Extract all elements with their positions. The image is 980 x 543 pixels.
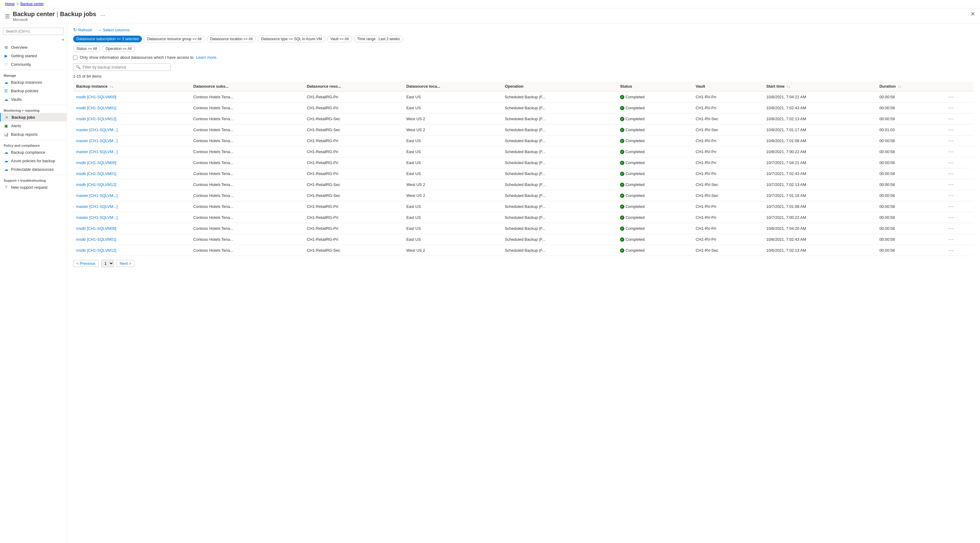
status-completed: Completed bbox=[620, 248, 689, 252]
sidebar-item-community[interactable]: ♡ Community bbox=[0, 60, 67, 68]
sidebar-item-label: Vaults bbox=[11, 97, 22, 102]
overview-icon: ⊞ bbox=[4, 45, 8, 49]
chip-operation[interactable]: Operation == All bbox=[102, 45, 135, 52]
cell-operation: Scheduled Backup (F... bbox=[501, 201, 617, 212]
breadcrumb-current[interactable]: Backup center bbox=[21, 2, 44, 6]
row-more-button[interactable]: ··· bbox=[948, 94, 954, 100]
col-datasource-loca: Datasource loca... bbox=[403, 82, 501, 91]
row-more-button[interactable]: ··· bbox=[948, 138, 954, 144]
sidebar-item-protectable[interactable]: ☁ Protectable datasources bbox=[0, 165, 67, 173]
sidebar-item-getting-started[interactable]: ▶ Getting started bbox=[0, 51, 67, 60]
sidebar-item-vaults[interactable]: ☁ Vaults bbox=[0, 95, 67, 103]
pagination-previous[interactable]: < Previous bbox=[73, 260, 99, 267]
cell-datasource-loca: East US bbox=[403, 157, 501, 168]
pagination-next[interactable]: Next > bbox=[116, 260, 135, 267]
status-icon bbox=[620, 227, 624, 231]
sidebar-item-alerts[interactable]: ▣ Alerts bbox=[0, 121, 67, 130]
status-icon bbox=[620, 171, 624, 176]
row-more-button[interactable]: ··· bbox=[948, 105, 954, 111]
chip-datasource-resource-group[interactable]: Datasource resource group == All bbox=[144, 36, 205, 42]
cell-datasource-subs: Contoso Hotels Tena... bbox=[190, 201, 304, 212]
cell-datasource-loca: East US bbox=[403, 223, 501, 234]
sidebar-item-azure-policies[interactable]: ☁ Azure policies for backup bbox=[0, 156, 67, 165]
chip-vault[interactable]: Vault == All bbox=[327, 36, 352, 42]
azure-policies-icon: ☁ bbox=[4, 158, 8, 163]
cell-datasource-subs: Contoso Hotels Tena... bbox=[190, 223, 304, 234]
col-backup-instance: Backup instance ↑↓ bbox=[73, 82, 190, 91]
cell-status: Completed bbox=[617, 179, 692, 190]
row-more-button[interactable]: ··· bbox=[948, 225, 954, 232]
row-more-button[interactable]: ··· bbox=[948, 149, 954, 155]
cell-duration: 00:00:58 bbox=[877, 157, 946, 168]
col-datasource-subs: Datasource subs... bbox=[190, 82, 304, 91]
row-more-button[interactable]: ··· bbox=[948, 127, 954, 133]
cell-more: ··· bbox=[945, 245, 974, 256]
sidebar-collapse-button[interactable]: « bbox=[62, 37, 64, 42]
cell-operation: Scheduled Backup (F... bbox=[501, 157, 617, 168]
cell-start-time: 10/7/2021, 7:02:13 AM bbox=[763, 179, 876, 190]
header-dots[interactable]: ... bbox=[100, 11, 105, 17]
row-more-button[interactable]: ··· bbox=[948, 170, 954, 177]
row-more-button[interactable]: ··· bbox=[948, 203, 954, 210]
chip-datasource-type[interactable]: Datasource type == SQL in Azure VM bbox=[258, 36, 325, 42]
cell-start-time: 10/7/2021, 7:00:22 AM bbox=[763, 212, 876, 223]
sidebar-item-backup-compliance[interactable]: ☁ Backup compliance bbox=[0, 148, 67, 156]
status-completed: Completed bbox=[620, 160, 689, 165]
learn-more-link[interactable]: Learn more. bbox=[196, 55, 218, 60]
sidebar-item-backup-policies[interactable]: ☰ Backup policies bbox=[0, 86, 67, 95]
cell-more: ··· bbox=[945, 212, 974, 223]
cell-datasource-loca: West US 2 bbox=[403, 124, 501, 135]
pagination-page-select[interactable]: 1 2 3 4 5 6 bbox=[101, 260, 114, 267]
status-icon bbox=[620, 237, 624, 242]
status-icon bbox=[620, 106, 624, 110]
row-more-button[interactable]: ··· bbox=[948, 116, 954, 122]
sort-start-time[interactable]: ↑↓ bbox=[787, 85, 790, 88]
row-more-button[interactable]: ··· bbox=[948, 236, 954, 243]
cell-datasource-reso: CH1-RetailRG-Sec bbox=[304, 179, 403, 190]
status-text: Completed bbox=[625, 193, 645, 198]
col-status: Status bbox=[617, 82, 692, 91]
filter-backup-instance-input[interactable] bbox=[83, 65, 168, 70]
sidebar-item-backup-jobs[interactable]: ≡ Backup jobs bbox=[0, 113, 67, 121]
sidebar-item-new-support[interactable]: ? New support request bbox=[0, 183, 67, 191]
row-more-button[interactable]: ··· bbox=[948, 159, 954, 166]
row-more-button[interactable]: ··· bbox=[948, 192, 954, 199]
cell-duration: 00:00:58 bbox=[877, 223, 946, 234]
backup-reports-icon: 📊 bbox=[4, 132, 8, 137]
sort-duration[interactable]: ↑↓ bbox=[898, 85, 901, 88]
cell-backup-instance: msdb [CH1-SQLVM12] bbox=[73, 179, 190, 190]
chip-datasource-location[interactable]: Datasource location == All bbox=[207, 36, 256, 42]
main-layout: « ⊞ Overview ▶ Getting started ♡ Communi… bbox=[0, 24, 980, 543]
col-vault: Vault bbox=[692, 82, 763, 91]
cell-datasource-reso: CH1-RetailRG-Sec bbox=[304, 114, 403, 124]
select-columns-button[interactable]: → Select columns bbox=[97, 27, 130, 33]
cell-status: Completed bbox=[617, 124, 692, 135]
sidebar-item-backup-reports[interactable]: 📊 Backup reports bbox=[0, 130, 67, 138]
header-pipe: | bbox=[57, 11, 58, 17]
sidebar-item-overview[interactable]: ⊞ Overview bbox=[0, 43, 67, 51]
col-duration: Duration ↑↓ bbox=[877, 82, 946, 91]
search-input[interactable] bbox=[3, 28, 64, 35]
row-more-button[interactable]: ··· bbox=[948, 181, 954, 188]
cell-more: ··· bbox=[945, 157, 974, 168]
status-icon bbox=[620, 248, 624, 252]
refresh-button[interactable]: ↻ Refresh bbox=[73, 27, 92, 33]
cell-duration: 00:00:58 bbox=[877, 212, 946, 223]
cell-operation: Scheduled Backup (F... bbox=[501, 245, 617, 256]
breadcrumb-home[interactable]: Home bbox=[5, 2, 14, 6]
row-more-button[interactable]: ··· bbox=[948, 247, 954, 254]
sidebar-item-label: Alerts bbox=[11, 124, 21, 128]
close-button[interactable]: ✕ bbox=[970, 11, 975, 17]
row-more-button[interactable]: ··· bbox=[948, 214, 954, 221]
chip-status[interactable]: Status == All bbox=[73, 45, 100, 52]
chip-time-range[interactable]: Time range : Last 2 weeks bbox=[354, 36, 403, 42]
cell-datasource-loca: East US bbox=[403, 146, 501, 157]
sort-backup-instance[interactable]: ↑↓ bbox=[110, 85, 113, 88]
datasource-access-checkbox[interactable] bbox=[73, 56, 77, 60]
cell-operation: Scheduled Backup (F... bbox=[501, 103, 617, 114]
sidebar-item-backup-instances[interactable]: ☁ Backup instances bbox=[0, 78, 67, 86]
chip-datasource-subscription[interactable]: Datasource subscription == 3 selected bbox=[73, 36, 142, 42]
hamburger-icon[interactable]: ☰ bbox=[5, 13, 10, 20]
status-icon bbox=[620, 117, 624, 121]
status-completed: Completed bbox=[620, 127, 689, 132]
